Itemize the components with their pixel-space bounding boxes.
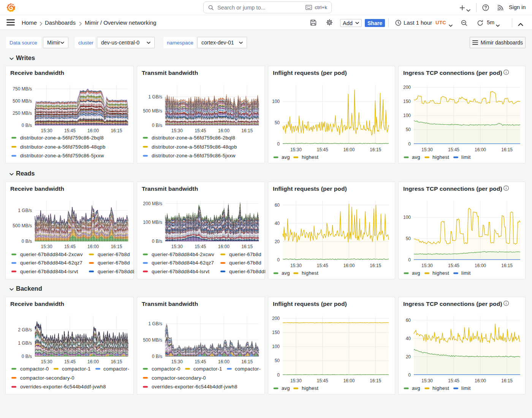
svg-text:250 MB/s: 250 MB/s (13, 111, 32, 116)
svg-text:15:30: 15:30 (290, 378, 302, 383)
svg-text:16:00: 16:00 (87, 128, 99, 133)
svg-text:100: 100 (272, 99, 280, 104)
svg-text:querier-67b8d: querier-67b8d (229, 252, 261, 257)
svg-text:100: 100 (403, 215, 411, 220)
svg-text:40: 40 (275, 221, 280, 226)
svg-text:1 GB/s: 1 GB/s (18, 340, 32, 346)
svg-text:avg: avg (282, 385, 290, 391)
svg-text:16:00: 16:00 (475, 378, 486, 383)
svg-text:16:15: 16:15 (501, 263, 513, 268)
svg-text:querier-67b8dd84b4-lsrvt: querier-67b8dd84b4-lsrvt (20, 269, 78, 274)
svg-text:15:45: 15:45 (448, 378, 459, 383)
svg-text:2 GB/s: 2 GB/s (18, 327, 32, 332)
svg-text:15:30: 15:30 (421, 263, 433, 268)
svg-text:distributor-zone-a-56fd759c86-: distributor-zone-a-56fd759c86-2bql8 (152, 135, 235, 141)
svg-text:200 MB/s: 200 MB/s (143, 201, 162, 206)
svg-text:15:45: 15:45 (64, 128, 76, 133)
svg-text:60: 60 (275, 203, 280, 208)
svg-text:0: 0 (408, 372, 411, 378)
svg-text:15:30: 15:30 (171, 128, 183, 133)
svg-text:15:45: 15:45 (195, 128, 206, 133)
svg-text:500 MB/s: 500 MB/s (143, 337, 162, 343)
svg-text:0: 0 (277, 372, 280, 378)
svg-text:200: 200 (272, 316, 280, 321)
svg-text:0: 0 (408, 257, 411, 263)
svg-text:compactor-: compactor- (103, 366, 129, 372)
svg-text:150: 150 (403, 99, 411, 104)
svg-text:100: 100 (272, 344, 280, 349)
svg-text:1 GB/s: 1 GB/s (148, 94, 162, 100)
svg-text:distributor-zone-a-56fd759c86-: distributor-zone-a-56fd759c86-2bql8 (20, 135, 104, 141)
svg-text:60: 60 (406, 318, 411, 323)
svg-text:16:00: 16:00 (343, 147, 355, 152)
svg-text:16:00: 16:00 (343, 378, 355, 383)
svg-text:highest: highest (432, 270, 449, 276)
svg-text:500 MB/s: 500 MB/s (143, 108, 162, 114)
svg-text:Inflight requests (per pod): Inflight requests (per pod) (273, 185, 347, 192)
svg-text:16:00: 16:00 (87, 244, 99, 249)
svg-text:distributor-zone-a-56fd759c86-: distributor-zone-a-56fd759c86-5jxxw (20, 153, 104, 158)
svg-text:Transmit bandwidth: Transmit bandwidth (142, 70, 198, 76)
svg-text:15:30: 15:30 (41, 128, 52, 133)
svg-text:Ingress TCP connections (per p: Ingress TCP connections (per pod) (403, 70, 502, 76)
svg-text:500 MB/s: 500 MB/s (13, 223, 32, 228)
svg-text:querier-67b8d: querier-67b8d (229, 260, 261, 266)
svg-text:100: 100 (403, 113, 411, 118)
svg-text:avg: avg (412, 154, 420, 160)
svg-text:compactor-secondary-0: compactor-secondary-0 (152, 375, 206, 381)
svg-text:0 B/s: 0 B/s (22, 239, 32, 244)
svg-text:16:15: 16:15 (241, 359, 253, 364)
svg-text:15:45: 15:45 (64, 359, 76, 364)
svg-text:avg: avg (412, 385, 420, 391)
svg-text:15:45: 15:45 (64, 244, 76, 249)
svg-text:16:15: 16:15 (370, 263, 381, 268)
svg-text:16:00: 16:00 (218, 128, 230, 133)
svg-text:16:15: 16:15 (370, 378, 381, 383)
svg-text:15:30: 15:30 (171, 244, 183, 249)
svg-text:avg: avg (282, 154, 290, 160)
svg-text:20: 20 (275, 239, 280, 244)
svg-text:16:00: 16:00 (343, 263, 355, 268)
svg-text:16:00: 16:00 (87, 359, 99, 364)
svg-text:15:30: 15:30 (421, 378, 433, 383)
svg-text:200: 200 (403, 85, 411, 90)
svg-text:0 B/s: 0 B/s (22, 354, 32, 359)
svg-text:15:30: 15:30 (290, 147, 302, 152)
svg-text:15:30: 15:30 (41, 244, 52, 249)
svg-text:16:00: 16:00 (218, 244, 230, 249)
svg-text:0: 0 (408, 141, 411, 147)
svg-text:50: 50 (406, 127, 411, 132)
svg-text:0: 0 (277, 257, 280, 263)
svg-text:15:30: 15:30 (171, 359, 183, 364)
svg-text:compactor-1: compactor-1 (62, 366, 91, 372)
svg-text:highest: highest (432, 385, 449, 391)
svg-text:20: 20 (406, 354, 411, 359)
svg-text:16:15: 16:15 (370, 147, 381, 152)
svg-text:highest: highest (302, 385, 318, 391)
svg-text:16:00: 16:00 (218, 359, 230, 364)
svg-text:compactor-0: compactor-0 (20, 366, 49, 372)
svg-text:15:45: 15:45 (195, 359, 206, 364)
svg-text:16:15: 16:15 (241, 128, 253, 133)
svg-text:1 GB/s: 1 GB/s (148, 321, 162, 326)
svg-text:16:15: 16:15 (111, 359, 122, 364)
svg-text:15:30: 15:30 (290, 263, 302, 268)
svg-text:0 B/s: 0 B/s (152, 354, 162, 359)
svg-text:Ingress TCP connections (per p: Ingress TCP connections (per pod) (403, 301, 502, 307)
svg-text:Ingress TCP connections (per p: Ingress TCP connections (per pod) (403, 185, 502, 192)
svg-text:0 B/s: 0 B/s (22, 123, 32, 128)
svg-text:150: 150 (272, 330, 280, 335)
svg-text:50: 50 (406, 236, 411, 241)
svg-text:querier-67b8dd84b4-62qz7: querier-67b8dd84b4-62qz7 (20, 260, 82, 266)
svg-text:compactor-0: compactor-0 (152, 366, 180, 372)
svg-text:querier-67b8dd8: querier-67b8dd8 (98, 269, 134, 274)
svg-text:highest: highest (302, 154, 318, 160)
svg-text:500 MB/s: 500 MB/s (13, 98, 32, 104)
svg-text:0 B/s: 0 B/s (152, 123, 162, 128)
svg-text:0: 0 (277, 141, 280, 147)
svg-text:limit: limit (461, 270, 471, 276)
svg-text:16:15: 16:15 (241, 244, 253, 249)
svg-text:Transmit bandwidth: Transmit bandwidth (142, 185, 198, 192)
svg-text:1 GB/s: 1 GB/s (18, 208, 32, 213)
svg-text:15:45: 15:45 (317, 147, 328, 152)
